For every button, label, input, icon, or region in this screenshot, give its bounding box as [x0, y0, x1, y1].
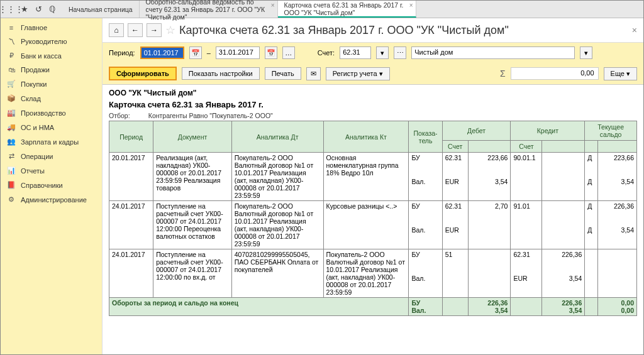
col-acct: Счет [442, 141, 468, 153]
col-ankt: Аналитика Кт [323, 121, 409, 153]
chart-icon: 〽 [7, 38, 16, 45]
search-icon[interactable]: ℚ [47, 4, 57, 14]
close-icon[interactable]: × [271, 2, 275, 9]
close-button[interactable]: × [632, 25, 637, 35]
nav-label: Операции [21, 153, 53, 160]
forward-button[interactable]: → [147, 23, 162, 37]
nav-label: Руководителю [21, 38, 67, 45]
nav-purchases[interactable]: 🛒Покупки [1, 77, 102, 91]
nav-main[interactable]: ≡Главное [1, 21, 102, 35]
date-from-input[interactable]: 01.01.2017 [140, 46, 184, 59]
ops-icon: ⇄ [7, 152, 16, 160]
nav-label: ОС и НМА [21, 124, 54, 131]
account-input[interactable]: 62.31 [340, 46, 371, 59]
tab-label: Карточка счета 62.31 за Январь 2017 г. О… [284, 1, 409, 16]
print-button[interactable]: Печать [265, 67, 301, 80]
nav-reports[interactable]: 📊Отчеты [1, 163, 102, 178]
settings-button[interactable]: Показать настройки [182, 67, 260, 80]
nav-admin[interactable]: ⚙Администрирование [1, 192, 102, 207]
back-button[interactable]: ← [128, 23, 143, 37]
col-andt: Аналитика Дт [231, 121, 323, 153]
people-icon: 👥 [7, 138, 16, 146]
topbar: ⋮⋮⋮ ★ ↺ ℚ Начальная страница Оборотно-са… [1, 1, 643, 18]
nav-label: Склад [21, 95, 41, 102]
register-button[interactable]: Регистр учета ▾ [326, 67, 390, 80]
nav-label: Справочники [21, 182, 63, 189]
toolbar: Сформировать Показать настройки Печать ✉… [103, 63, 643, 85]
period-picker-button[interactable]: … [282, 46, 295, 59]
totals-label: Обороты за период и сальдо на конец [109, 298, 409, 316]
email-button[interactable]: ✉ [306, 67, 321, 80]
nav-label: Покупки [21, 80, 47, 88]
report-area: ООО "УК "Чистый дом" Карточка счета 62.3… [103, 85, 643, 354]
select-button[interactable]: ⋯ [394, 46, 406, 59]
system-icons: ⋮⋮⋮ ★ ↺ ℚ [1, 1, 62, 18]
filter-row: Отбор: Контрагенты Равно "Покупатель-2 О… [109, 112, 637, 121]
col-period: Период [109, 121, 153, 153]
col-debit: Дебет [442, 121, 511, 141]
nav-label: Зарплата и кадры [21, 138, 79, 146]
nav-production[interactable]: 🏭Производство [1, 106, 102, 120]
page-title: Карточка счета 62.31 за Январь 2017 г. О… [179, 24, 509, 37]
factory-icon: 🏭 [7, 109, 16, 117]
home-button[interactable]: ⌂ [109, 23, 124, 37]
nav-label: Производство [21, 109, 66, 117]
form-button[interactable]: Сформировать [109, 67, 177, 80]
nav-label: Продажи [21, 66, 50, 74]
btn-label: Еще [611, 70, 625, 77]
date-to-input[interactable]: 31.01.2017 [216, 46, 260, 59]
dropdown-icon[interactable]: ▾ [376, 46, 389, 59]
filter-label: Отбор: [109, 112, 130, 119]
ruble-icon: ₽ [7, 52, 16, 60]
sigma-icon[interactable]: Σ [500, 68, 506, 79]
totals-row: Обороты за период и сальдо на конец БУВа… [109, 298, 637, 316]
gear-icon: ⚙ [7, 195, 16, 204]
col-credit: Кредит [511, 121, 585, 141]
tab-start[interactable]: Начальная страница [62, 1, 140, 18]
table-row[interactable]: 20.01.2017Реализация (акт, накладная) УК… [109, 153, 637, 201]
nav-manager[interactable]: 〽Руководителю [1, 35, 102, 48]
report-grid: Период Документ Аналитика Дт Аналитика К… [109, 121, 637, 316]
dash: – [207, 49, 211, 57]
table-row[interactable]: 24.01.2017Поступление на расчетный счет … [109, 249, 637, 298]
cart-icon: 🛒 [7, 80, 16, 88]
nav-warehouse[interactable]: 📦Склад [1, 91, 102, 106]
star-icon[interactable]: ★ [19, 4, 30, 14]
calendar-icon[interactable]: 📅 [265, 46, 277, 59]
close-icon[interactable]: × [409, 2, 413, 9]
tab-label: Начальная страница [69, 6, 133, 13]
header: ⌂ ← → ☆ Карточка счета 62.31 за Январь 2… [103, 18, 643, 43]
apps-icon[interactable]: ⋮⋮⋮ [6, 4, 16, 14]
favorite-icon[interactable]: ☆ [165, 23, 175, 37]
history-icon[interactable]: ↺ [33, 4, 43, 14]
tab-card[interactable]: Карточка счета 62.31 за Январь 2017 г. О… [278, 1, 416, 18]
filter-value: Контрагенты Равно "Покупатель-2 ООО" [148, 112, 273, 119]
truck-icon: 🚚 [7, 123, 16, 131]
report-icon: 📊 [7, 167, 16, 175]
nav-label: Отчеты [21, 167, 45, 175]
col-balance: Текущее сальдо [585, 121, 637, 141]
nav-payroll[interactable]: 👥Зарплата и кадры [1, 134, 102, 149]
nav-label: Банк и касса [21, 52, 62, 60]
box-icon: 📦 [7, 94, 16, 102]
more-button[interactable]: Еще ▾ [604, 67, 637, 80]
menu-icon: ≡ [7, 24, 16, 31]
org-input[interactable]: Чистый дом [411, 46, 575, 59]
sidebar: ≡Главное 〽Руководителю ₽Банк и касса 🛍Пр… [1, 18, 103, 354]
nav-label: Администрирование [21, 196, 87, 204]
period-label: Период: [109, 49, 135, 57]
col-acct: Счет [511, 141, 542, 153]
nav-sales[interactable]: 🛍Продажи [1, 63, 102, 77]
nav-catalogs[interactable]: 📕Справочники [1, 178, 102, 192]
table-row[interactable]: 24.01.2017Поступление на расчетный счет … [109, 201, 637, 249]
sum-display: 0,00 [511, 67, 599, 80]
tab-osv[interactable]: Оборотно-сальдовая ведомость по счету 62… [140, 1, 278, 18]
nav-assets[interactable]: 🚚ОС и НМА [1, 120, 102, 134]
book-icon: 📕 [7, 181, 16, 189]
nav-bank[interactable]: ₽Банк и касса [1, 48, 102, 63]
col-doc: Документ [153, 121, 232, 153]
dropdown-icon[interactable]: ▾ [580, 46, 592, 59]
bag-icon: 🛍 [7, 66, 16, 74]
nav-operations[interactable]: ⇄Операции [1, 149, 102, 163]
calendar-icon[interactable]: 📅 [189, 46, 202, 59]
